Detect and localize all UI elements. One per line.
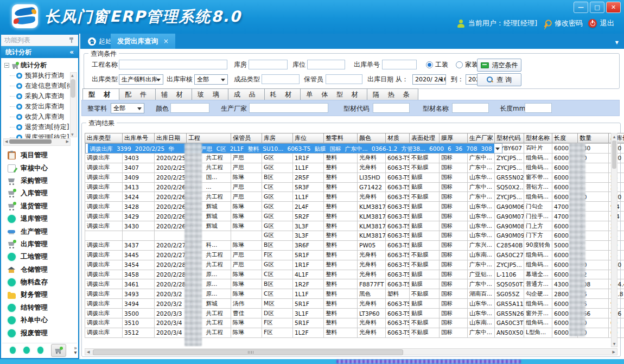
table-row[interactable]: G区3L3F整料KLM38176063-T5贴膜国标山东华...GA90M09.… xyxy=(85,231,624,241)
tree-item[interactable]: 采购入库查询 xyxy=(4,91,78,101)
table-row[interactable]: 调拨出库34302020/2/26石辉城陈琳G区3L3F整料KLM3817606… xyxy=(85,221,624,231)
sidebar-item[interactable]: 采购管理 xyxy=(1,175,78,187)
clear-conditions-button[interactable]: 清空条件 xyxy=(477,59,521,72)
table-row[interactable]: 调拨出库34292020/2/26石辉城陈琳G区5R2F整料KLM3817606… xyxy=(85,212,624,221)
tree-item[interactable]: 在途信息查询[待 xyxy=(4,81,78,91)
sidebar-item[interactable]: 退货管理 xyxy=(1,200,78,213)
column-header[interactable]: 膜厚 xyxy=(440,133,468,143)
whole-select[interactable]: 全部 xyxy=(111,103,144,113)
sidebar-item[interactable]: 退库管理 xyxy=(1,213,78,225)
table-row[interactable]: 调拨出库34582020/2/28华原...陈琳C区4L1F整料光身料6063-… xyxy=(85,270,624,279)
sidebar-item[interactable]: 报废管理 xyxy=(1,327,78,339)
table-row[interactable]: 调拨出库34932020/3/2华原...陈琳C区1L1F整料黑色塑料不贴膜国标… xyxy=(85,289,624,299)
product-type-input[interactable] xyxy=(262,74,300,84)
column-header[interactable]: 表面处理 xyxy=(410,133,440,143)
quick-cart-button[interactable] xyxy=(51,344,66,357)
search-button[interactable]: 查 询 xyxy=(477,73,521,86)
quick-item-icon[interactable] xyxy=(23,347,29,354)
column-header[interactable]: 整零料 xyxy=(324,133,358,143)
table-row[interactable]: 调拨出库34032020/2/25工共工程严思G区1R1F整料光身料6063-T… xyxy=(85,153,624,163)
audit-select[interactable]: 全部 xyxy=(194,74,228,85)
column-header[interactable]: 型材名称 xyxy=(524,133,552,143)
sidebar-item[interactable]: 仓储管理 xyxy=(1,264,78,276)
column-header[interactable]: 出库日期 xyxy=(155,133,187,143)
tree-item[interactable]: 发货出库查询 xyxy=(4,101,78,112)
table-row[interactable]: 调拨出库34942020/3/2石辉城汤伟M区5R1F整料光身料6063-T5贴… xyxy=(85,299,624,309)
material-tab[interactable]: 耗 材 xyxy=(265,88,301,100)
sidebar-item[interactable]: 入库管理 xyxy=(1,187,78,200)
table-row[interactable]: 调拨出库34542020/2/28工共工程严思G区1R1F整料光身料6063-T… xyxy=(85,260,624,270)
close-button[interactable]: ✕ xyxy=(606,2,621,13)
keeper-input[interactable] xyxy=(326,74,362,84)
column-header[interactable]: 材质 xyxy=(386,133,410,143)
sidebar-item[interactable]: 补单中心 xyxy=(1,314,78,327)
table-row[interactable]: 调拨出库34132020/2/26南...严思C区5R3F整料G71422606… xyxy=(85,182,624,192)
change-password-button[interactable]: 修改密码 xyxy=(543,18,583,28)
radio-jiazhuang[interactable]: 家装 xyxy=(456,60,478,69)
toolbar-overflow-button[interactable]: »▾ xyxy=(74,346,77,355)
sidebar-item[interactable]: 物料盘存 xyxy=(1,276,78,289)
tab-shipment-query[interactable]: 发货出库查询 × xyxy=(111,34,175,49)
sidebar-item[interactable]: 财务管理 xyxy=(1,289,78,301)
material-tab[interactable]: 玻 璃 xyxy=(192,88,228,100)
material-tab[interactable]: 单 体 型 材 xyxy=(301,88,367,100)
tree-item[interactable]: 收货入库查询 xyxy=(4,112,78,122)
sidebar-item[interactable]: 结转管理 xyxy=(1,302,78,314)
column-header[interactable]: 出库单号 xyxy=(123,133,155,143)
manufacturer-input[interactable] xyxy=(249,103,328,113)
tab-overflow-icon[interactable]: ▼ xyxy=(615,40,619,45)
tab-close-icon[interactable]: × xyxy=(163,37,169,45)
column-header[interactable]: 生产厂家 xyxy=(468,133,495,143)
stats-section-header[interactable]: 统计分析 « xyxy=(1,46,78,58)
color-input[interactable] xyxy=(170,103,209,113)
material-tab[interactable]: 隔 热 条 xyxy=(367,88,419,100)
column-header[interactable]: 工程 xyxy=(187,133,231,143)
table-vertical-scrollbar[interactable]: ▲▼ xyxy=(611,133,617,347)
radio-gongzhuang[interactable]: 工装 xyxy=(426,60,448,69)
material-tab[interactable]: 型 材 xyxy=(82,88,119,100)
table-row[interactable]: 调拨出库35002020/3/3工共工程曹佳D区3L1F整料LT3P606063… xyxy=(85,309,624,318)
column-header[interactable]: 型材代码 xyxy=(495,133,524,143)
sidebar-item[interactable]: 生产管理 xyxy=(1,225,78,238)
table-row[interactable]: 调拨出库34072020/2/25工共工程严思G区1L1F整料光身料6063-T… xyxy=(85,163,624,173)
sidebar-item[interactable]: 出库管理 xyxy=(1,238,78,251)
material-tab[interactable]: 配 件 xyxy=(119,88,156,100)
column-header[interactable]: 出库类型 xyxy=(85,133,123,143)
collapse-icon[interactable]: « xyxy=(69,46,74,58)
order-no-input[interactable] xyxy=(382,60,417,69)
tree-horizontal-scrollbar[interactable]: ◀▶ xyxy=(3,138,71,146)
out-type-select[interactable]: 生产领料出库 xyxy=(119,74,163,85)
tree-item[interactable]: 退库管理[待定] xyxy=(4,132,78,138)
name-input[interactable] xyxy=(452,103,489,113)
sidebar-item[interactable]: 审核中心 xyxy=(1,162,78,174)
material-tab[interactable]: 辅 材 xyxy=(156,88,192,100)
table-row[interactable]: 调拨出库34612020/2/28华原...陈琳B区1R2F整料F8877FT6… xyxy=(85,279,624,289)
warehouse-input[interactable] xyxy=(249,60,288,69)
tree-expander-icon[interactable] xyxy=(4,63,9,68)
material-tab[interactable]: 成 品 xyxy=(228,88,265,100)
table-row[interactable]: 调拨出库34282020/2/26石辉城陈琳G区2L4F整料KLM3817606… xyxy=(85,202,624,212)
tree-root[interactable]: 统计分析 xyxy=(4,60,78,71)
quick-item-icon[interactable] xyxy=(10,347,16,354)
column-header[interactable]: 库位 xyxy=(293,133,324,143)
logout-button[interactable]: 退出 xyxy=(588,18,614,28)
table-row[interactable]: 调拨出库34242020/2/26工共工程严思G区1L1F整料光身料6063-T… xyxy=(85,192,624,202)
sidebar-item[interactable]: 工地管理 xyxy=(1,251,78,263)
code-input[interactable] xyxy=(373,103,410,113)
table-row[interactable]: 调拨出库35102020/3/4工共工程陈琳F区5R1F整料光身料6063-T5… xyxy=(85,318,624,328)
column-header[interactable]: 颜色 xyxy=(358,133,386,143)
minimize-button[interactable]: — xyxy=(574,2,588,13)
length-input[interactable] xyxy=(525,103,552,113)
table-row[interactable]: 调拨出库34452020/2/27工共工程严思F区5R1F整料光身料6063-T… xyxy=(85,250,624,260)
maximize-button[interactable]: □ xyxy=(590,2,604,13)
column-header[interactable]: 长度 xyxy=(552,133,578,143)
location-input[interactable] xyxy=(307,60,345,69)
table-horizontal-scrollbar[interactable]: ◀ ▶ xyxy=(85,348,617,355)
quick-item-icon[interactable] xyxy=(37,347,43,354)
project-name-input[interactable] xyxy=(119,60,227,69)
table-row[interactable]: 调拨出库34372020/2/27佛科...陈琳B区3R6F整料PW056063… xyxy=(85,240,624,250)
tree-vertical-scrollbar[interactable]: ▲▼ xyxy=(70,72,77,137)
pin-icon[interactable] xyxy=(69,37,74,43)
sidebar-item[interactable]: 项目管理 xyxy=(1,149,78,162)
table-row[interactable]: 调拨出库35122020/3/4工共工程陈琳F区1L2F整料光身料6063-T5… xyxy=(85,328,624,337)
